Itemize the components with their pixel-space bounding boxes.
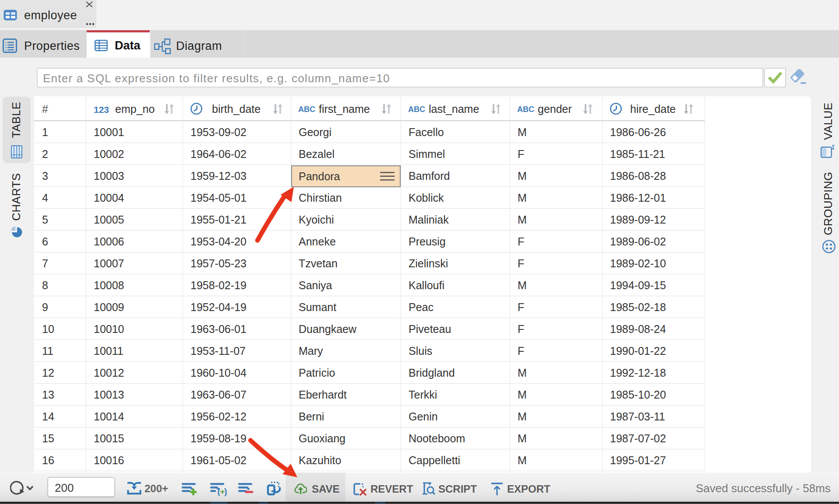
svg-text:): )	[224, 487, 227, 496]
